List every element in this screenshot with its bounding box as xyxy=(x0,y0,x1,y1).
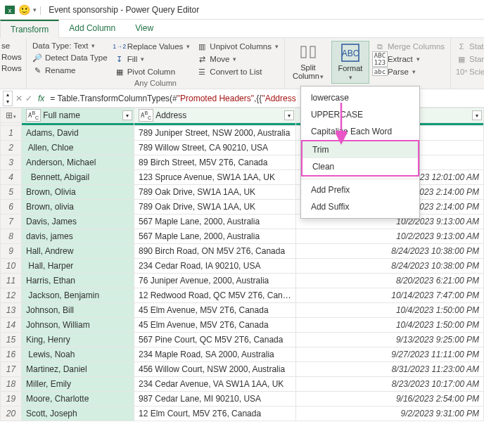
table-row[interactable]: 20Scott, Joseph12 Elm Court, M5V 2T6, Ca… xyxy=(1,407,484,421)
cell-registration[interactable]: 8/31/2023 11:23:00 AM xyxy=(296,362,484,377)
cell-address[interactable]: 987 Cedar Lane, MI 90210, USA xyxy=(134,392,296,407)
fill-button[interactable]: ↧Fill▾ xyxy=(113,53,192,65)
table-row[interactable]: 15King, Henry567 Pine Court, QC M5V 2T6,… xyxy=(1,333,484,347)
table-row[interactable]: 11Harris, Ethan76 Juniper Avenue, 2000, … xyxy=(1,274,484,288)
pivot-column-button[interactable]: ▦Pivot Column xyxy=(113,66,192,77)
cell-fullname[interactable]: Lewis, Noah xyxy=(22,347,134,362)
cell-fullname[interactable]: Bennett, Abigail xyxy=(22,170,134,185)
cell-registration[interactable]: 10/4/2023 1:50:00 PM xyxy=(296,303,484,318)
ribbon-partial-3[interactable]: Rows xyxy=(0,63,22,73)
row-number[interactable]: 10 xyxy=(1,259,22,274)
cell-address[interactable]: 789 Willow Street, CA 90210, USA xyxy=(134,141,296,155)
menu-capitalize[interactable]: Capitalize Each Word xyxy=(301,123,419,140)
rename-button[interactable]: ✎Rename xyxy=(31,65,109,76)
scientific-button[interactable]: 10ⁿScientific xyxy=(455,66,484,77)
cell-fullname[interactable]: Hall, Andrew xyxy=(22,244,134,259)
cancel-button[interactable]: ✕ xyxy=(15,94,23,103)
row-number[interactable]: 17 xyxy=(1,362,22,377)
cell-address[interactable]: 234 Maple Road, SA 2000, Australia xyxy=(134,347,296,362)
row-number[interactable]: 19 xyxy=(1,392,22,407)
table-row[interactable]: 14Johnson, William45 Elm Avenue, M5V 2T6… xyxy=(1,318,484,333)
row-number[interactable]: 3 xyxy=(1,155,22,170)
filter-fullname[interactable]: ▾ xyxy=(122,110,132,120)
detect-data-type-button[interactable]: 🔎Detect Data Type xyxy=(31,52,109,63)
cell-address[interactable]: 45 Elm Avenue, M5V 2T6, Canada xyxy=(134,303,296,318)
move-button[interactable]: ⇄Move▾ xyxy=(196,53,280,65)
cell-fullname[interactable]: Jackson, Benjamin xyxy=(22,288,134,303)
cell-address[interactable]: 567 Maple Lane, 2000, Australia xyxy=(134,229,296,244)
cell-address[interactable]: 234 Cedar Road, IA 90210, USA xyxy=(134,259,296,274)
column-header-address[interactable]: ABCAddress ▾ xyxy=(134,108,296,123)
row-number[interactable]: 13 xyxy=(1,303,22,318)
row-number[interactable]: 15 xyxy=(1,333,22,347)
split-column-button[interactable]: SplitColumn▾ xyxy=(289,41,327,84)
row-number[interactable]: 12 xyxy=(1,288,22,303)
row-number[interactable]: 18 xyxy=(1,377,22,392)
cell-fullname[interactable]: Adams, David xyxy=(22,126,134,141)
menu-add-suffix[interactable]: Add Suffix xyxy=(301,198,419,215)
row-number[interactable]: 1 xyxy=(1,126,22,141)
filter-address[interactable]: ▾ xyxy=(284,110,294,120)
extract-button[interactable]: ABC123Extract▾ xyxy=(374,53,446,65)
row-number[interactable]: 8 xyxy=(1,229,22,244)
cell-address[interactable]: 12 Elm Court, M5V 2T6, Canada xyxy=(134,407,296,421)
row-number[interactable]: 16 xyxy=(1,347,22,362)
row-number[interactable]: 6 xyxy=(1,200,22,215)
smiley-icon[interactable]: 🙂 xyxy=(18,4,30,15)
row-number[interactable]: 11 xyxy=(1,274,22,288)
cell-fullname[interactable]: davis, james xyxy=(22,229,134,244)
menu-clean[interactable]: Clean xyxy=(302,158,418,175)
cell-address[interactable]: 123 Spruce Avenue, SW1A 1AA, UK xyxy=(134,170,296,185)
menu-add-prefix[interactable]: Add Prefix xyxy=(301,181,419,198)
qat-dropdown-icon[interactable]: ▾ xyxy=(33,6,37,13)
table-row[interactable]: 12 Jackson, Benjamin12 Redwood Road, QC … xyxy=(1,288,484,303)
accept-button[interactable]: ✓ xyxy=(25,94,32,103)
record-nav[interactable]: ▴▾ xyxy=(3,91,13,106)
cell-fullname[interactable]: Anderson, Michael xyxy=(22,155,134,170)
cell-address[interactable]: 890 Birch Road, ON M5V 2T6, Canada xyxy=(134,244,296,259)
format-button[interactable]: ABC Format▾ xyxy=(331,41,369,84)
ribbon-partial-2[interactable]: Rows xyxy=(0,52,22,62)
merge-columns-button[interactable]: ⧉Merge Columns xyxy=(374,41,446,52)
tab-view[interactable]: View xyxy=(125,20,163,37)
filter-reg[interactable]: ▾ xyxy=(472,110,482,120)
row-number[interactable]: 20 xyxy=(1,407,22,421)
cell-address[interactable]: 12 Redwood Road, QC M5V 2T6, Canada xyxy=(134,288,296,303)
parse-button[interactable]: abcParse▾ xyxy=(374,66,446,77)
cell-registration[interactable]: 9/16/2023 2:54:00 PM xyxy=(296,392,484,407)
select-all-corner[interactable]: ⊞▾ xyxy=(1,108,22,123)
cell-fullname[interactable]: Harris, Ethan xyxy=(22,274,134,288)
cell-fullname[interactable]: Davis, James xyxy=(22,215,134,229)
table-row[interactable]: 17Martinez, Daniel456 Willow Court, NSW … xyxy=(1,362,484,377)
cell-registration[interactable]: 10/2/2023 9:13:00 AM xyxy=(296,229,484,244)
tab-transform[interactable]: Transform xyxy=(0,20,59,38)
cell-registration[interactable]: 8/24/2023 10:38:00 PM xyxy=(296,259,484,274)
cell-fullname[interactable]: Brown, olivia xyxy=(22,200,134,215)
cell-address[interactable]: 567 Maple Lane, 2000, Australia xyxy=(134,215,296,229)
menu-lowercase[interactable]: lowercase xyxy=(301,89,419,106)
cell-fullname[interactable]: Miller, Emily xyxy=(22,377,134,392)
cell-fullname[interactable]: Johnson, Bill xyxy=(22,303,134,318)
cell-registration[interactable]: 9/2/2023 9:31:00 PM xyxy=(296,407,484,421)
cell-fullname[interactable]: Moore, Charlotte xyxy=(22,392,134,407)
row-number[interactable]: 9 xyxy=(1,244,22,259)
cell-registration[interactable]: 10/14/2023 7:47:00 PM xyxy=(296,288,484,303)
row-number[interactable]: 7 xyxy=(1,215,22,229)
cell-registration[interactable]: 8/24/2023 10:38:00 PM xyxy=(296,244,484,259)
tab-add-column[interactable]: Add Column xyxy=(59,20,125,37)
menu-trim[interactable]: Trim xyxy=(302,141,418,158)
cell-registration[interactable]: 10/4/2023 1:50:00 PM xyxy=(296,318,484,333)
cell-fullname[interactable]: Scott, Joseph xyxy=(22,407,134,421)
cell-fullname[interactable]: Brown, Olivia xyxy=(22,185,134,200)
replace-values-button[interactable]: 1→2Replace Values▾ xyxy=(113,41,192,52)
table-row[interactable]: 19Moore, Charlotte987 Cedar Lane, MI 902… xyxy=(1,392,484,407)
cell-address[interactable]: 567 Pine Court, QC M5V 2T6, Canada xyxy=(134,333,296,347)
row-number[interactable]: 5 xyxy=(1,185,22,200)
cell-address[interactable]: 456 Willow Court, NSW 2000, Australia xyxy=(134,362,296,377)
table-row[interactable]: 9Hall, Andrew890 Birch Road, ON M5V 2T6,… xyxy=(1,244,484,259)
convert-to-list-button[interactable]: ☰Convert to List xyxy=(196,66,280,77)
fx-icon[interactable]: fx xyxy=(35,94,47,103)
cell-fullname[interactable]: Martinez, Daniel xyxy=(22,362,134,377)
cell-registration[interactable]: 9/27/2023 11:11:00 PM xyxy=(296,347,484,362)
table-row[interactable]: 8davis, james567 Maple Lane, 2000, Austr… xyxy=(1,229,484,244)
